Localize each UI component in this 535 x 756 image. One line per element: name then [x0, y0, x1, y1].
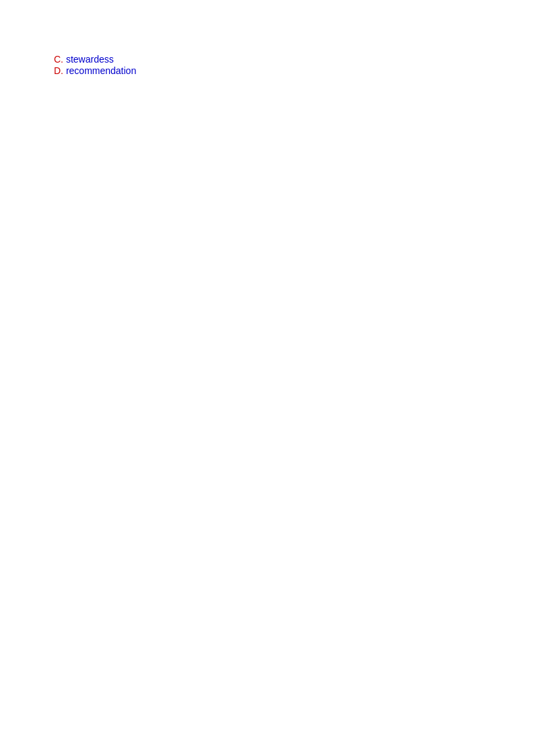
- option-letter: D.: [54, 65, 63, 76]
- prev-option-d: D. recommendation: [0, 65, 535, 76]
- option-text: stewardess: [66, 54, 114, 65]
- option-text: recommendation: [66, 65, 136, 76]
- option-letter: C.: [54, 54, 63, 65]
- prev-option-c: C. stewardess: [0, 54, 535, 65]
